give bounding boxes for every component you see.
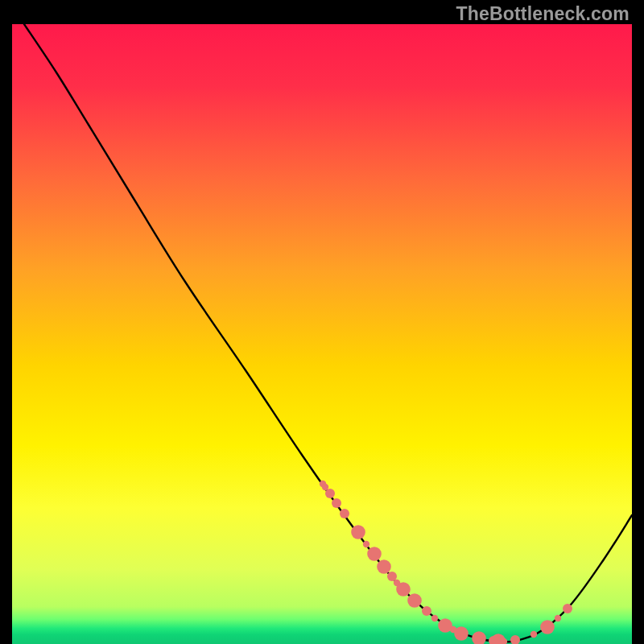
data-point bbox=[387, 572, 397, 581]
data-point bbox=[454, 626, 469, 641]
data-point bbox=[340, 509, 349, 518]
data-point bbox=[325, 489, 335, 498]
data-point bbox=[422, 606, 431, 616]
data-point bbox=[530, 631, 537, 638]
data-point bbox=[431, 615, 438, 621]
data-point bbox=[332, 498, 341, 508]
data-point bbox=[367, 547, 382, 561]
data-point bbox=[555, 615, 561, 621]
bottleneck-curve-chart bbox=[12, 24, 632, 644]
chart-frame bbox=[12, 24, 632, 644]
data-point bbox=[396, 582, 411, 597]
data-point bbox=[351, 525, 365, 539]
data-point bbox=[377, 559, 391, 574]
chart-background bbox=[12, 24, 632, 644]
attribution-text: TheBottleneck.com bbox=[456, 3, 630, 25]
data-point bbox=[438, 618, 452, 633]
data-point bbox=[407, 593, 422, 608]
data-point bbox=[540, 620, 555, 634]
data-point bbox=[563, 604, 572, 613]
data-point bbox=[363, 541, 369, 547]
